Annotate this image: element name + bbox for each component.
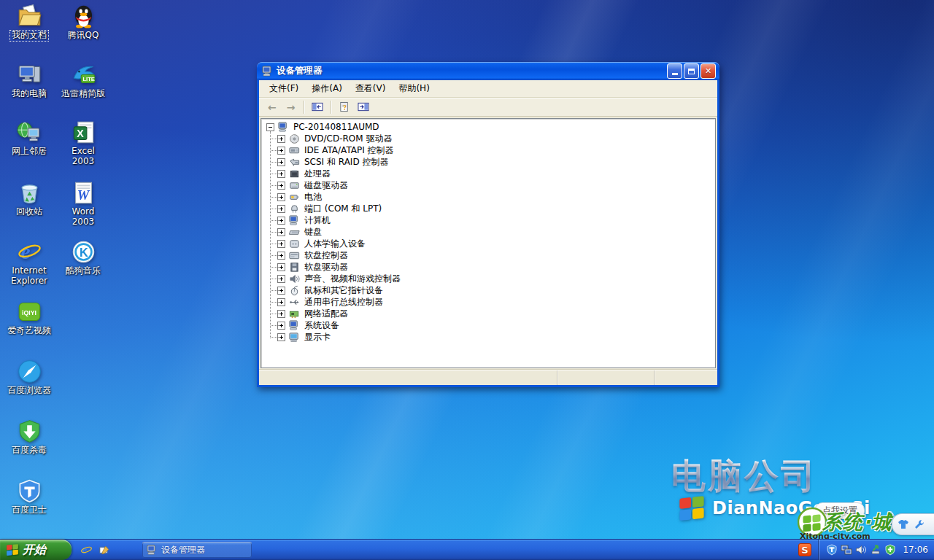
desktop-icon-network[interactable]: 网上邻居 — [5, 120, 53, 157]
expand-box[interactable] — [277, 322, 285, 330]
port-icon — [288, 203, 301, 214]
tree-node[interactable]: 声音、视频和游戏控制器 — [264, 273, 715, 284]
help-button[interactable] — [336, 99, 353, 115]
floppyctl-icon — [288, 250, 301, 261]
start-label: 开始 — [23, 542, 50, 558]
expand-box[interactable] — [277, 170, 285, 178]
console-tree-icon — [312, 101, 323, 112]
tree-node-label: 电池 — [303, 191, 323, 203]
mycomputer-icon — [17, 62, 42, 88]
expand-box[interactable] — [277, 240, 285, 248]
input-method-indicator[interactable]: S — [798, 543, 811, 556]
tree-node[interactable]: 系统设备 — [264, 319, 715, 331]
desktop-icon-label: Word 2003 — [59, 207, 107, 228]
expand-box[interactable] — [277, 287, 285, 295]
expand-box[interactable] — [277, 217, 285, 225]
safely-remove-hardware-icon[interactable] — [870, 544, 881, 556]
expand-box[interactable] — [277, 158, 285, 166]
tree-node[interactable]: DVD/CD-ROM 驱动器 — [264, 133, 715, 144]
expand-box[interactable] — [277, 147, 285, 155]
titlebar[interactable]: 设备管理器 ✕ — [257, 62, 719, 80]
forward-button[interactable]: → — [282, 101, 300, 113]
tree-node[interactable]: 端口 (COM 和 LPT) — [264, 203, 715, 214]
expand-box[interactable] — [277, 193, 285, 201]
tree-node[interactable]: 键盘 — [264, 226, 715, 238]
minimize-button[interactable] — [667, 63, 682, 79]
tree-node-label: 计算机 — [303, 214, 332, 227]
menu-操作A[interactable]: 操作(A) — [305, 80, 349, 97]
expand-box[interactable] — [277, 333, 285, 341]
desktop-icon-qq[interactable]: 腾讯QQ — [59, 4, 107, 41]
tree-node[interactable]: IDE ATA/ATAPI 控制器 — [264, 144, 715, 156]
expand-box[interactable] — [277, 310, 285, 318]
expand-box[interactable] — [277, 182, 285, 190]
volume-tray-icon[interactable] — [855, 544, 867, 556]
desktop-icon-baiduguard[interactable]: 百度卫士 — [5, 478, 53, 516]
close-button[interactable]: ✕ — [700, 63, 716, 79]
tree-node[interactable]: 网络适配器 — [264, 308, 715, 319]
window-client-area: 文件(F)操作(A)查看(V)帮助(H) ← → PC-20140811AUMD… — [259, 80, 717, 385]
show-desktop-icon[interactable] — [99, 544, 111, 556]
status-panel — [259, 370, 557, 385]
tree-node-label: 端口 (COM 和 LPT) — [303, 203, 383, 215]
tree-node[interactable]: 鼠标和其它指针设备 — [264, 284, 715, 296]
desktop-icon-baiduav[interactable]: 百度杀毒 — [5, 419, 53, 456]
tree-node[interactable]: 磁盘驱动器 — [264, 179, 715, 191]
internet-explorer-quicklaunch-icon[interactable] — [80, 544, 93, 556]
maximize-button[interactable] — [684, 63, 699, 79]
desktop-icon-label: 酷狗音乐 — [64, 266, 102, 276]
start-button[interactable]: 开始 — [0, 540, 72, 560]
tree-node[interactable]: 人体学输入设备 — [264, 238, 715, 249]
baidu-antivirus-tray-icon[interactable] — [884, 544, 896, 556]
thunder-icon — [71, 62, 96, 88]
toolbar-separator — [331, 101, 331, 114]
network-tray-icon[interactable] — [841, 544, 852, 556]
keyboard-icon — [288, 227, 301, 238]
menu-帮助H[interactable]: 帮助(H) — [392, 80, 436, 97]
network-icon — [17, 120, 42, 145]
tree-node[interactable]: 软盘驱动器 — [264, 261, 715, 273]
expand-box[interactable] — [277, 263, 285, 271]
tree-node[interactable]: 电池 — [264, 191, 715, 203]
desktop-icon-excel[interactable]: Excel 2003 — [59, 120, 107, 167]
desktop-icon-iqiyi[interactable]: 爱奇艺视频 — [5, 299, 53, 336]
desktop-icon-mydocs[interactable]: 我的文档 — [5, 4, 53, 41]
desktop-icon-baidubrowser[interactable]: 百度浏览器 — [5, 359, 53, 396]
desktop-icon-thunder[interactable]: 迅雷精简版 — [59, 62, 107, 99]
taskbar-button-device-manager[interactable]: 设备管理器 — [142, 542, 252, 558]
expand-box[interactable] — [277, 205, 285, 213]
desktop-icon-word[interactable]: Word 2003 — [59, 180, 107, 228]
expand-box[interactable] — [277, 252, 285, 260]
desktop-icon-recycle[interactable]: 回收站 — [5, 180, 53, 217]
back-button[interactable]: ← — [263, 101, 281, 113]
tree-node-label: PC-20140811AUMD — [292, 122, 381, 132]
floppy-icon — [288, 262, 301, 273]
desktop-icon-kugou[interactable]: 酷狗音乐 — [59, 239, 107, 276]
baidu-guard-tray-icon[interactable] — [826, 544, 838, 556]
tree-root-node[interactable]: PC-20140811AUMD — [264, 121, 715, 133]
baiduguard-icon — [17, 478, 42, 504]
expand-box[interactable] — [277, 298, 285, 306]
expand-box[interactable] — [277, 228, 285, 236]
menu-文件F[interactable]: 文件(F) — [263, 80, 305, 97]
show-console-tree-button[interactable] — [309, 99, 326, 115]
desktop-icon-ie[interactable]: Internet Explorer — [5, 239, 53, 287]
tree-node[interactable]: 通用串行总线控制器 — [264, 296, 715, 308]
menu-查看V[interactable]: 查看(V) — [349, 80, 393, 97]
tshirt-icon[interactable] — [898, 518, 909, 530]
collapse-box[interactable] — [266, 123, 274, 131]
show-action-pane-button[interactable] — [355, 99, 372, 115]
wrench-icon[interactable] — [914, 518, 925, 530]
baidubrowser-icon — [17, 359, 42, 384]
tree-node[interactable]: 显示卡 — [264, 331, 715, 343]
tree-node[interactable]: 处理器 — [264, 168, 715, 179]
tree-node-label: DVD/CD-ROM 驱动器 — [303, 133, 393, 145]
device-tree-panel[interactable]: PC-20140811AUMDDVD/CD-ROM 驱动器IDE ATA/ATA… — [260, 118, 716, 368]
tree-node[interactable]: SCSI 和 RAID 控制器 — [264, 156, 715, 168]
tree-node[interactable]: 软盘控制器 — [264, 249, 715, 261]
computer-icon — [288, 215, 301, 226]
expand-box[interactable] — [277, 135, 285, 143]
desktop-icon-mycomputer[interactable]: 我的电脑 — [5, 62, 53, 99]
expand-box[interactable] — [277, 275, 285, 283]
tree-node[interactable]: 计算机 — [264, 214, 715, 226]
